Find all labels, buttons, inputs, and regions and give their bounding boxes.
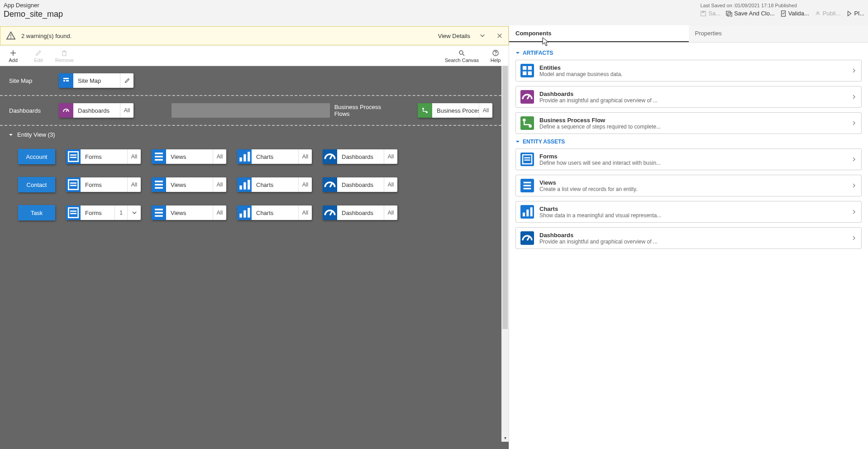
artifact-business process flow[interactable]: Business Process FlowDefine a sequence o… [515,112,862,134]
flow-icon [520,116,534,130]
caret-down-icon [515,139,520,144]
dashboards-tile[interactable]: DashboardsAll [323,205,397,220]
gauge-icon [323,177,337,192]
asset-forms[interactable]: FormsDefine how users will see and inter… [515,148,862,170]
vertical-scrollbar[interactable]: ▾ [501,66,509,442]
bpf-label: Business Process Flows [334,104,398,117]
svg-point-15 [422,108,424,110]
canvas-toolbar: Add Edit Remove Search Canvas [0,46,509,66]
pencil-icon [35,49,42,57]
chevron-down-icon[interactable] [479,33,486,39]
play-icon [846,10,853,17]
add-button[interactable]: Add [5,49,22,63]
forms-tile[interactable]: FormsAll [66,177,141,192]
app-header: App Designer Demo_site_map Last Saved on… [0,0,868,25]
form-icon [66,149,81,164]
app-title: App Designer [4,2,63,9]
forms-tile[interactable]: Forms1 [66,205,141,220]
svg-rect-62 [530,207,533,216]
entity-row-contact: ContactFormsAllViewsAllChartsAllDashboar… [9,171,492,199]
search-canvas-button[interactable]: Search Canvas [445,49,479,63]
dashboards-tile[interactable]: DashboardsAll [323,149,397,164]
svg-rect-60 [523,213,525,216]
app-name: Demo_site_map [4,10,63,19]
entity-row-task: TaskForms1ViewsAllChartsAllDashboardsAll [9,199,492,227]
tab-components[interactable]: Components [509,25,689,42]
view-details-link[interactable]: View Details [438,33,470,39]
svg-rect-7 [62,52,66,56]
forms-tile[interactable]: FormsAll [66,149,141,164]
save-and-close-button[interactable]: Save And Clo... [726,10,775,17]
asset-dashboards[interactable]: DashboardsProvide an insightful and grap… [515,227,862,249]
chevron-down-icon[interactable] [127,205,141,220]
close-icon[interactable] [496,33,503,39]
form-icon [66,205,81,220]
entity-contact-button[interactable]: Contact [18,177,55,192]
last-saved-text: Last Saved on :01/09/2021 17:18 Publishe… [700,3,796,8]
entity-view-header[interactable]: Entity View (3) [0,126,501,141]
tab-properties[interactable]: Properties [689,25,868,42]
svg-rect-45 [248,208,250,217]
flow-icon [418,103,432,118]
chevron-right-icon [851,68,857,73]
artifact-entities[interactable]: EntitiesModel and manage business data. [515,60,862,81]
svg-rect-23 [239,158,242,162]
svg-line-63 [527,237,529,240]
svg-rect-17 [68,152,78,161]
gauge-icon [520,90,534,104]
charts-tile[interactable]: ChartsAll [237,149,312,164]
svg-line-14 [66,110,67,112]
charts-tile[interactable]: ChartsAll [237,205,312,220]
help-button[interactable]: Help [487,49,504,63]
artifact-dashboards[interactable]: DashboardsProvide an insightful and grap… [515,86,862,108]
views-tile[interactable]: ViewsAll [152,149,226,164]
svg-line-46 [330,211,332,215]
svg-rect-25 [248,152,250,161]
play-button[interactable]: Pl... [846,10,864,17]
list-icon [520,179,534,192]
svg-point-10 [495,54,496,55]
chevron-right-icon [851,235,857,241]
chart-icon [237,205,252,220]
gauge-icon [323,205,337,220]
svg-rect-37 [68,208,78,217]
chevron-right-icon [851,209,857,215]
caret-down-icon [515,51,520,55]
validate-button[interactable]: Valida... [780,10,809,17]
svg-rect-48 [528,66,532,70]
svg-rect-12 [63,80,65,81]
views-tile[interactable]: ViewsAll [152,177,226,192]
chevron-right-icon [851,120,857,126]
design-canvas: Site Map Site Map Dash [0,66,509,449]
charts-tile[interactable]: ChartsAll [237,177,312,192]
dashboards-tile[interactable]: Dashboards All [59,103,134,118]
entity-task-button[interactable]: Task [18,205,55,220]
publish-button[interactable]: Publi... [815,10,841,17]
dashboards-tile[interactable]: DashboardsAll [323,177,397,192]
edit-sitemap-icon[interactable] [120,73,134,88]
gauge-icon [323,149,337,164]
validate-icon [780,10,787,17]
asset-charts[interactable]: ChartsShow data in a meaningful and visu… [515,201,862,223]
entity-account-button[interactable]: Account [18,149,55,164]
scrollbar-thumb[interactable] [502,66,508,329]
svg-line-36 [330,183,332,187]
list-icon [152,205,166,220]
chart-icon [237,149,252,164]
edit-button[interactable]: Edit [30,49,47,63]
svg-rect-2 [726,11,730,15]
sitemap-tile[interactable]: Site Map [59,73,134,88]
entity-row-account: AccountFormsAllViewsAllChartsAllDashboar… [9,143,492,171]
group-artifacts[interactable]: ARTIFACTS [515,50,862,56]
asset-views[interactable]: ViewsCreate a list view of records for a… [515,175,862,196]
bpf-tile[interactable]: Business Proces... All [418,103,492,118]
group-entity-assets[interactable]: ENTITY ASSETS [515,139,862,145]
publish-icon [815,10,821,17]
save-button[interactable]: Sa... [700,10,720,17]
remove-button[interactable]: Remove [55,49,74,63]
scroll-down-icon[interactable]: ▾ [502,435,508,442]
views-tile[interactable]: ViewsAll [152,205,226,220]
save-icon [700,10,706,17]
sitemap-icon [59,73,73,88]
caret-down-icon [8,132,14,138]
